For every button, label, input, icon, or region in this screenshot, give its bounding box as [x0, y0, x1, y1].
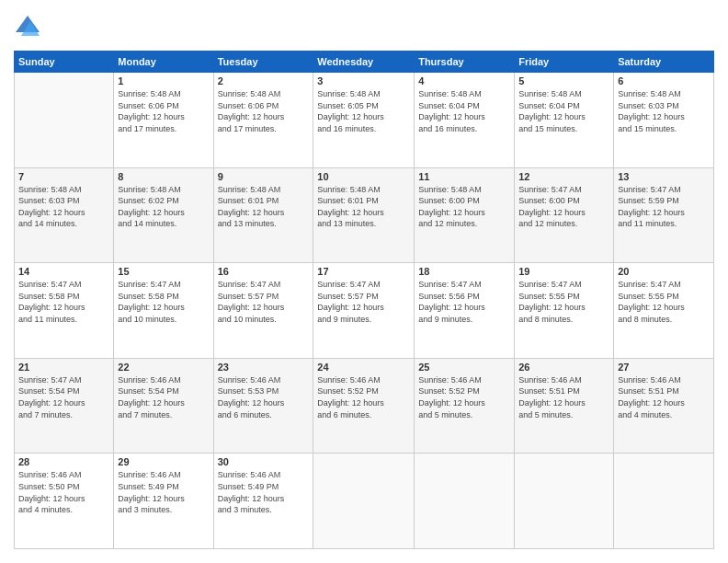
- day-number: 7: [18, 171, 109, 182]
- day-number: 22: [118, 362, 209, 373]
- day-info: Sunrise: 5:47 AM Sunset: 5:55 PM Dayligh…: [618, 279, 710, 325]
- calendar-cell: 11Sunrise: 5:48 AM Sunset: 6:00 PM Dayli…: [415, 167, 515, 263]
- calendar-cell: 25Sunrise: 5:46 AM Sunset: 5:52 PM Dayli…: [415, 358, 515, 454]
- logo: [14, 14, 43, 41]
- day-info: Sunrise: 5:48 AM Sunset: 6:04 PM Dayligh…: [518, 88, 609, 134]
- day-number: 27: [618, 362, 710, 373]
- calendar-cell: 5Sunrise: 5:48 AM Sunset: 6:04 PM Daylig…: [515, 73, 614, 168]
- day-info: Sunrise: 5:48 AM Sunset: 6:03 PM Dayligh…: [18, 184, 109, 230]
- calendar-cell: 23Sunrise: 5:46 AM Sunset: 5:53 PM Dayli…: [213, 358, 313, 454]
- column-header-friday: Friday: [515, 52, 614, 73]
- day-number: 19: [518, 266, 609, 277]
- calendar-cell: 6Sunrise: 5:48 AM Sunset: 6:03 PM Daylig…: [614, 73, 714, 168]
- day-number: 12: [518, 171, 609, 182]
- day-info: Sunrise: 5:48 AM Sunset: 6:00 PM Dayligh…: [418, 184, 510, 230]
- day-number: 8: [118, 171, 209, 182]
- calendar-cell: 30Sunrise: 5:46 AM Sunset: 5:49 PM Dayli…: [213, 454, 313, 549]
- day-info: Sunrise: 5:48 AM Sunset: 6:01 PM Dayligh…: [218, 184, 310, 230]
- day-info: Sunrise: 5:47 AM Sunset: 5:59 PM Dayligh…: [618, 184, 710, 230]
- calendar-cell: 14Sunrise: 5:47 AM Sunset: 5:58 PM Dayli…: [15, 263, 114, 359]
- calendar-cell: [313, 454, 415, 549]
- calendar-cell: 13Sunrise: 5:47 AM Sunset: 5:59 PM Dayli…: [614, 167, 714, 263]
- day-number: 5: [518, 75, 609, 86]
- day-number: 1: [118, 75, 209, 86]
- calendar-cell: [614, 454, 714, 549]
- day-number: 17: [317, 266, 410, 277]
- calendar-cell: 19Sunrise: 5:47 AM Sunset: 5:55 PM Dayli…: [515, 263, 614, 359]
- calendar-cell: 26Sunrise: 5:46 AM Sunset: 5:51 PM Dayli…: [515, 358, 614, 454]
- day-number: 11: [418, 171, 510, 182]
- column-header-thursday: Thursday: [415, 52, 515, 73]
- day-number: 25: [418, 362, 510, 373]
- day-info: Sunrise: 5:46 AM Sunset: 5:52 PM Dayligh…: [317, 374, 410, 420]
- calendar-cell: 29Sunrise: 5:46 AM Sunset: 5:49 PM Dayli…: [114, 454, 213, 549]
- calendar-cell: 16Sunrise: 5:47 AM Sunset: 5:57 PM Dayli…: [213, 263, 313, 359]
- logo-icon: [14, 14, 41, 41]
- day-number: 16: [218, 266, 310, 277]
- day-info: Sunrise: 5:48 AM Sunset: 6:06 PM Dayligh…: [118, 88, 209, 134]
- calendar-cell: 18Sunrise: 5:47 AM Sunset: 5:56 PM Dayli…: [415, 263, 515, 359]
- day-info: Sunrise: 5:47 AM Sunset: 5:57 PM Dayligh…: [317, 279, 410, 325]
- calendar-cell: [415, 454, 515, 549]
- day-info: Sunrise: 5:46 AM Sunset: 5:51 PM Dayligh…: [618, 374, 710, 420]
- day-info: Sunrise: 5:46 AM Sunset: 5:52 PM Dayligh…: [418, 374, 510, 420]
- day-info: Sunrise: 5:48 AM Sunset: 6:04 PM Dayligh…: [418, 88, 510, 134]
- day-info: Sunrise: 5:47 AM Sunset: 5:54 PM Dayligh…: [18, 374, 109, 420]
- day-info: Sunrise: 5:48 AM Sunset: 6:06 PM Dayligh…: [218, 88, 310, 134]
- day-number: 24: [317, 362, 410, 373]
- calendar-cell: 24Sunrise: 5:46 AM Sunset: 5:52 PM Dayli…: [313, 358, 415, 454]
- day-number: 26: [518, 362, 609, 373]
- day-info: Sunrise: 5:48 AM Sunset: 6:02 PM Dayligh…: [118, 184, 209, 230]
- calendar-cell: 8Sunrise: 5:48 AM Sunset: 6:02 PM Daylig…: [114, 167, 213, 263]
- calendar-cell: 15Sunrise: 5:47 AM Sunset: 5:58 PM Dayli…: [114, 263, 213, 359]
- calendar-cell: 17Sunrise: 5:47 AM Sunset: 5:57 PM Dayli…: [313, 263, 415, 359]
- day-info: Sunrise: 5:47 AM Sunset: 5:55 PM Dayligh…: [518, 279, 609, 325]
- day-info: Sunrise: 5:47 AM Sunset: 5:58 PM Dayligh…: [18, 279, 109, 325]
- calendar-cell: 21Sunrise: 5:47 AM Sunset: 5:54 PM Dayli…: [15, 358, 114, 454]
- column-header-monday: Monday: [114, 52, 213, 73]
- day-number: 2: [218, 75, 310, 86]
- day-number: 23: [218, 362, 310, 373]
- day-number: 14: [18, 266, 109, 277]
- column-header-wednesday: Wednesday: [313, 52, 415, 73]
- calendar-cell: 22Sunrise: 5:46 AM Sunset: 5:54 PM Dayli…: [114, 358, 213, 454]
- day-number: 13: [618, 171, 710, 182]
- day-info: Sunrise: 5:46 AM Sunset: 5:54 PM Dayligh…: [118, 374, 209, 420]
- day-number: 30: [218, 456, 310, 467]
- day-number: 10: [317, 171, 410, 182]
- day-info: Sunrise: 5:46 AM Sunset: 5:49 PM Dayligh…: [218, 469, 310, 515]
- day-number: 4: [418, 75, 510, 86]
- calendar-cell: [515, 454, 614, 549]
- day-info: Sunrise: 5:46 AM Sunset: 5:53 PM Dayligh…: [218, 374, 310, 420]
- day-number: 28: [18, 456, 109, 467]
- calendar-cell: 2Sunrise: 5:48 AM Sunset: 6:06 PM Daylig…: [213, 73, 313, 168]
- column-header-sunday: Sunday: [15, 52, 114, 73]
- day-info: Sunrise: 5:48 AM Sunset: 6:01 PM Dayligh…: [317, 184, 410, 230]
- calendar-cell: 28Sunrise: 5:46 AM Sunset: 5:50 PM Dayli…: [15, 454, 114, 549]
- day-info: Sunrise: 5:48 AM Sunset: 6:03 PM Dayligh…: [618, 88, 710, 134]
- calendar: SundayMondayTuesdayWednesdayThursdayFrid…: [14, 51, 714, 549]
- calendar-cell: 20Sunrise: 5:47 AM Sunset: 5:55 PM Dayli…: [614, 263, 714, 359]
- day-number: 9: [218, 171, 310, 182]
- day-info: Sunrise: 5:47 AM Sunset: 6:00 PM Dayligh…: [518, 184, 609, 230]
- calendar-cell: [15, 73, 114, 168]
- calendar-cell: 4Sunrise: 5:48 AM Sunset: 6:04 PM Daylig…: [415, 73, 515, 168]
- day-info: Sunrise: 5:48 AM Sunset: 6:05 PM Dayligh…: [317, 88, 410, 134]
- calendar-cell: 27Sunrise: 5:46 AM Sunset: 5:51 PM Dayli…: [614, 358, 714, 454]
- calendar-cell: 12Sunrise: 5:47 AM Sunset: 6:00 PM Dayli…: [515, 167, 614, 263]
- calendar-cell: 3Sunrise: 5:48 AM Sunset: 6:05 PM Daylig…: [313, 73, 415, 168]
- day-info: Sunrise: 5:46 AM Sunset: 5:50 PM Dayligh…: [18, 469, 109, 515]
- calendar-cell: 1Sunrise: 5:48 AM Sunset: 6:06 PM Daylig…: [114, 73, 213, 168]
- calendar-cell: 10Sunrise: 5:48 AM Sunset: 6:01 PM Dayli…: [313, 167, 415, 263]
- day-number: 6: [618, 75, 710, 86]
- day-info: Sunrise: 5:46 AM Sunset: 5:51 PM Dayligh…: [518, 374, 609, 420]
- day-info: Sunrise: 5:46 AM Sunset: 5:49 PM Dayligh…: [118, 469, 209, 515]
- day-info: Sunrise: 5:47 AM Sunset: 5:58 PM Dayligh…: [118, 279, 209, 325]
- day-info: Sunrise: 5:47 AM Sunset: 5:57 PM Dayligh…: [218, 279, 310, 325]
- column-header-saturday: Saturday: [614, 52, 714, 73]
- calendar-cell: 9Sunrise: 5:48 AM Sunset: 6:01 PM Daylig…: [213, 167, 313, 263]
- calendar-cell: 7Sunrise: 5:48 AM Sunset: 6:03 PM Daylig…: [15, 167, 114, 263]
- day-info: Sunrise: 5:47 AM Sunset: 5:56 PM Dayligh…: [418, 279, 510, 325]
- day-number: 29: [118, 456, 209, 467]
- day-number: 21: [18, 362, 109, 373]
